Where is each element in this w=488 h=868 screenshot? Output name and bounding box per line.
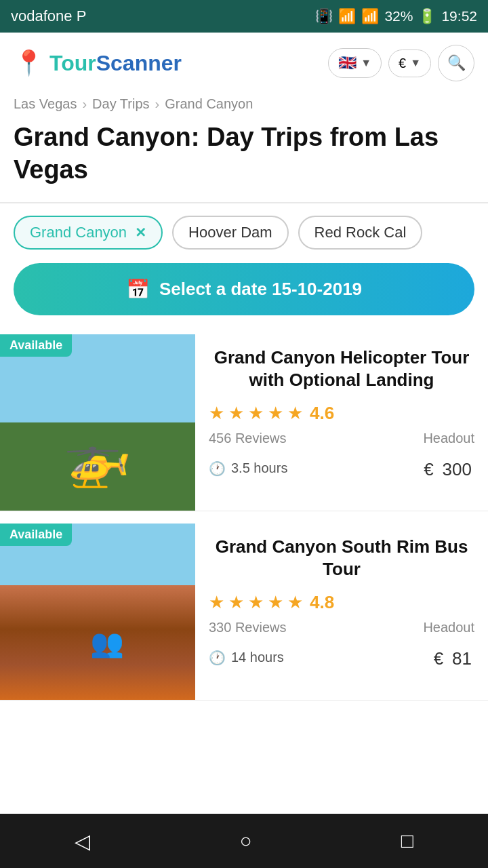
currency-2: € [434, 648, 443, 669]
battery-text: 32% [384, 8, 413, 24]
star-3: ★ [248, 403, 264, 424]
date-select-button[interactable]: 📅 Select a date 15-10-2019 [14, 263, 474, 315]
price-2: € 81 [434, 645, 474, 670]
reviews-count-1: 456 Reviews [209, 431, 287, 446]
time-text: 19:52 [441, 8, 477, 24]
tour-stars-2: ★ ★ ★ ★ ★ 4.8 [209, 592, 474, 613]
vibrate-icon: 📳 [315, 8, 333, 24]
logo-text: TourScanner [49, 51, 182, 76]
chip-hoover-dam[interactable]: Hoover Dam [172, 216, 288, 250]
search-icon: 🔍 [447, 54, 466, 72]
star-2-5: ★ [287, 592, 303, 613]
logo-tour: Tour [49, 51, 96, 75]
status-bar: vodafone P 📳 📶 📶 32% 🔋 19:52 [0, 0, 488, 33]
status-icons: 📳 📶 📶 32% 🔋 19:52 [315, 8, 477, 24]
star-1: ★ [209, 403, 224, 424]
currency-symbol: € [399, 56, 406, 71]
currency-1: € [424, 459, 433, 479]
breadcrumb-current: Grand Canyon [165, 96, 253, 112]
tours-list: Available Grand Canyon Helicopter Tour w… [0, 334, 488, 774]
chip-label-hoover-dam: Hoover Dam [188, 224, 272, 241]
reviews-row-2: 330 Reviews Headout [209, 620, 474, 635]
breadcrumb-day-trips[interactable]: Day Trips [92, 96, 149, 112]
date-button-label: Select a date 15-10-2019 [159, 279, 362, 300]
provider-2: Headout [423, 620, 474, 635]
header-controls: 🇬🇧 ▼ € ▼ 🔍 [328, 45, 474, 81]
header: 📍 TourScanner 🇬🇧 ▼ € ▼ 🔍 [0, 33, 488, 94]
price-1: € 300 [424, 456, 474, 481]
home-button[interactable]: ○ [219, 823, 272, 859]
star-half: ★ [287, 403, 303, 424]
star-2-1: ★ [209, 592, 224, 613]
lang-chevron-icon: ▼ [361, 57, 371, 69]
wifi-icon: 📶 [338, 8, 356, 24]
chip-red-rock[interactable]: Red Rock Cal [298, 216, 423, 250]
star-2: ★ [228, 403, 244, 424]
breadcrumb: Las Vegas › Day Trips › Grand Canyon [0, 94, 488, 119]
calendar-icon: 📅 [126, 278, 150, 300]
currency-chevron-icon: ▼ [410, 57, 421, 69]
bottom-nav: ◁ ○ □ [0, 814, 488, 868]
duration-text-2: 14 hours [231, 650, 284, 665]
tour-image-wrap-1: Available [0, 334, 195, 511]
star-2-2: ★ [228, 592, 244, 613]
rating-num-1: 4.6 [310, 403, 334, 424]
tour-image-canyon [0, 524, 195, 700]
logo: 📍 TourScanner [14, 49, 320, 77]
star-2-3: ★ [248, 592, 264, 613]
back-icon: ◁ [75, 829, 90, 853]
search-button[interactable]: 🔍 [438, 45, 474, 81]
tour-card-bus[interactable]: Available Grand Canyon South Rim Bus Tou… [0, 524, 488, 701]
star-2-4: ★ [268, 592, 283, 613]
tour-info-2: Grand Canyon South Rim Bus Tour ★ ★ ★ ★ … [195, 524, 488, 700]
rating-num-2: 4.8 [310, 592, 334, 613]
duration-row-2: 🕐 14 hours € 81 [209, 645, 474, 670]
available-badge-1: Available [0, 334, 72, 357]
chip-remove-icon[interactable]: ✕ [135, 224, 146, 241]
tour-stars-1: ★ ★ ★ ★ ★ 4.6 [209, 403, 474, 424]
back-button[interactable]: ◁ [54, 823, 110, 860]
carrier-text: vodafone P [11, 7, 86, 25]
recents-button[interactable]: □ [381, 823, 434, 859]
breadcrumb-sep-2: › [155, 96, 160, 112]
recents-icon: □ [401, 829, 413, 852]
provider-1: Headout [423, 431, 474, 446]
page-title: Grand Canyon: Day Trips from Las Vegas [0, 119, 488, 202]
duration-text-1: 3.5 hours [231, 460, 287, 476]
breadcrumb-sep-1: › [82, 96, 87, 112]
duration-2: 🕐 14 hours [209, 650, 284, 666]
home-icon: ○ [239, 829, 251, 852]
tour-image-wrap-2: Available [0, 524, 195, 700]
tour-title-2: Grand Canyon South Rim Bus Tour [209, 536, 474, 582]
divider [0, 202, 488, 203]
duration-1: 🕐 3.5 hours [209, 460, 287, 477]
logo-scanner: Scanner [96, 51, 182, 75]
star-4: ★ [268, 403, 283, 424]
language-selector[interactable]: 🇬🇧 ▼ [328, 48, 382, 78]
reviews-row-1: 456 Reviews Headout [209, 431, 474, 446]
price-amount-1: 300 [443, 459, 472, 479]
tour-image-helicopter [0, 334, 195, 511]
clock-icon-2: 🕐 [209, 650, 226, 666]
flag-icon: 🇬🇧 [338, 54, 357, 72]
available-badge-2: Available [0, 524, 72, 546]
tour-card-helicopter[interactable]: Available Grand Canyon Helicopter Tour w… [0, 334, 488, 511]
price-amount-2: 81 [452, 648, 472, 669]
tour-title-1: Grand Canyon Helicopter Tour with Option… [209, 347, 474, 393]
breadcrumb-las-vegas[interactable]: Las Vegas [14, 96, 77, 112]
chip-label-red-rock: Red Rock Cal [314, 224, 407, 241]
filter-chips: Grand Canyon ✕ Hoover Dam Red Rock Cal [0, 216, 488, 263]
reviews-count-2: 330 Reviews [209, 620, 287, 635]
chip-label-grand-canyon: Grand Canyon [30, 224, 127, 241]
signal-icon: 📶 [361, 8, 379, 24]
battery-icon: 🔋 [418, 8, 436, 24]
logo-pin-icon: 📍 [14, 49, 44, 77]
duration-row-1: 🕐 3.5 hours € 300 [209, 456, 474, 481]
chip-grand-canyon[interactable]: Grand Canyon ✕ [14, 216, 163, 250]
currency-selector[interactable]: € ▼ [388, 50, 431, 77]
tour-info-1: Grand Canyon Helicopter Tour with Option… [195, 334, 488, 511]
clock-icon-1: 🕐 [209, 460, 226, 477]
